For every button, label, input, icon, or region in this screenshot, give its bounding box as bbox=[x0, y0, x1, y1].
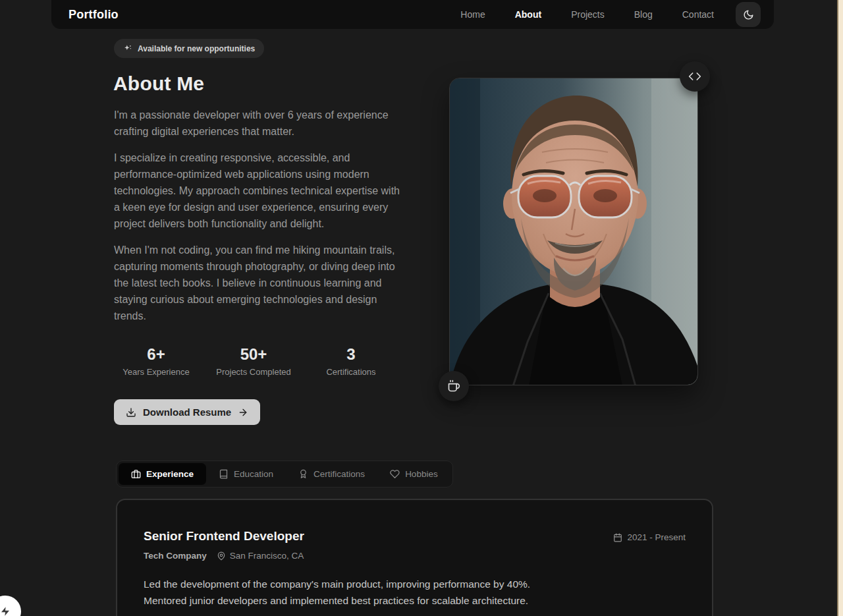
about-text: I'm a passionate developer with over 6 y… bbox=[114, 107, 400, 334]
briefcase-icon bbox=[131, 469, 141, 479]
coffee-floating-button[interactable] bbox=[439, 371, 469, 401]
about-paragraph-1: I'm a passionate developer with over 6 y… bbox=[114, 107, 400, 140]
map-pin-icon bbox=[217, 551, 226, 561]
nav-link-contact[interactable]: Contact bbox=[682, 9, 714, 20]
top-navbar: Portfolio Home About Projects Blog Conta… bbox=[51, 0, 774, 29]
experience-description: Led the development of the company's mai… bbox=[144, 576, 575, 609]
scrollbar-track[interactable] bbox=[837, 0, 843, 616]
arrow-right-icon bbox=[238, 407, 248, 418]
stats-row: 6+ Years Experience 50+ Projects Complet… bbox=[114, 345, 393, 377]
book-icon bbox=[219, 469, 229, 479]
lightning-icon bbox=[0, 606, 11, 616]
experience-location-label: San Francisco, CA bbox=[230, 551, 304, 561]
experience-period: 2021 - Present bbox=[613, 529, 686, 542]
stat-label: Projects Completed bbox=[211, 367, 296, 377]
experience-card: Senior Frontend Developer Tech Company S… bbox=[116, 499, 713, 616]
experience-period-label: 2021 - Present bbox=[627, 532, 686, 542]
availability-badge-label: Available for new opportunities bbox=[138, 44, 255, 53]
download-icon bbox=[126, 407, 136, 418]
experience-company: Tech Company bbox=[144, 551, 207, 561]
theme-toggle-button[interactable] bbox=[736, 2, 761, 27]
nav-link-about[interactable]: About bbox=[515, 9, 541, 20]
stat-projects-completed: 50+ Projects Completed bbox=[211, 345, 296, 377]
experience-meta: Tech Company San Francisco, CA bbox=[144, 551, 304, 561]
nav-link-home[interactable]: Home bbox=[460, 9, 485, 20]
tab-label: Experience bbox=[146, 469, 194, 479]
award-icon bbox=[298, 469, 308, 479]
experience-card-left: Senior Frontend Developer Tech Company S… bbox=[144, 529, 304, 561]
download-resume-label: Download Resume bbox=[143, 406, 231, 418]
about-page: Portfolio Home About Projects Blog Conta… bbox=[0, 0, 843, 616]
tab-experience[interactable]: Experience bbox=[119, 463, 206, 485]
experience-card-header: Senior Frontend Developer Tech Company S… bbox=[144, 529, 686, 561]
coffee-icon bbox=[447, 379, 460, 393]
nav-links: Home About Projects Blog Contact bbox=[460, 9, 714, 20]
page-title: About Me bbox=[113, 72, 204, 95]
availability-badge: Available for new opportunities bbox=[114, 39, 264, 58]
code-floating-button[interactable] bbox=[680, 61, 710, 92]
calendar-icon bbox=[613, 533, 622, 542]
tab-education[interactable]: Education bbox=[206, 463, 286, 485]
tab-certifications[interactable]: Certifications bbox=[286, 463, 377, 485]
stat-value: 6+ bbox=[114, 345, 198, 364]
stat-value: 3 bbox=[309, 345, 393, 364]
stat-certifications: 3 Certifications bbox=[309, 345, 393, 377]
code-icon bbox=[688, 70, 701, 83]
stat-label: Certifications bbox=[309, 367, 393, 377]
nav-link-projects[interactable]: Projects bbox=[571, 9, 605, 20]
download-resume-button[interactable]: Download Resume bbox=[114, 399, 260, 425]
heart-icon bbox=[390, 469, 400, 479]
dev-tools-indicator[interactable] bbox=[0, 596, 21, 616]
sparkles-icon bbox=[123, 44, 132, 53]
section-tabs: Experience Education Certifications Hobb… bbox=[116, 461, 453, 488]
nav-link-blog[interactable]: Blog bbox=[634, 9, 653, 20]
about-paragraph-3: When I'm not coding, you can find me hik… bbox=[114, 242, 400, 324]
stat-years-experience: 6+ Years Experience bbox=[114, 345, 198, 377]
tab-label: Hobbies bbox=[405, 469, 438, 479]
moon-icon bbox=[743, 9, 754, 20]
tab-label: Certifications bbox=[313, 469, 365, 479]
profile-photo bbox=[449, 78, 698, 385]
stat-label: Years Experience bbox=[114, 367, 198, 377]
experience-location: San Francisco, CA bbox=[217, 551, 304, 561]
about-paragraph-2: I specialize in creating responsive, acc… bbox=[114, 150, 400, 232]
experience-title: Senior Frontend Developer bbox=[144, 529, 304, 544]
portrait-illustration bbox=[450, 78, 698, 385]
tab-label: Education bbox=[234, 469, 273, 479]
brand-logo[interactable]: Portfolio bbox=[68, 8, 119, 22]
stat-value: 50+ bbox=[211, 345, 296, 364]
tab-hobbies[interactable]: Hobbies bbox=[377, 463, 450, 485]
